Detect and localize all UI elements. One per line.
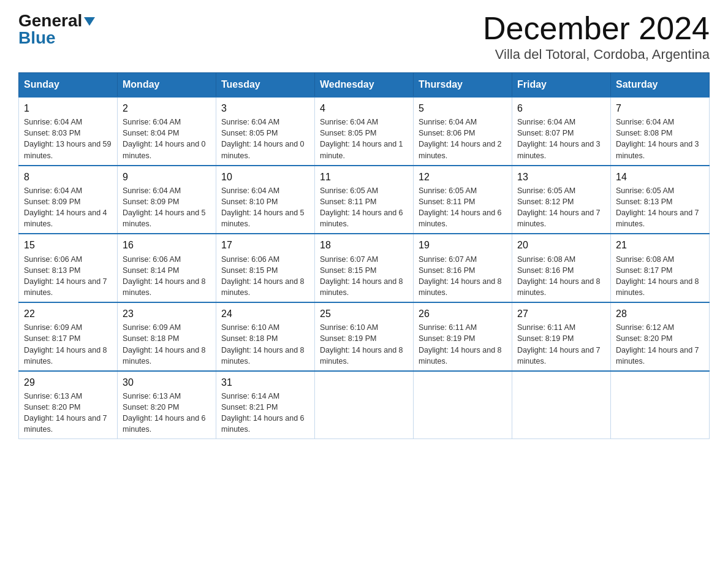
day-info: Sunrise: 6:09 AMSunset: 8:17 PMDaylight:… — [24, 322, 112, 367]
day-info: Sunrise: 6:06 AMSunset: 8:15 PMDaylight:… — [221, 254, 309, 299]
day-info: Sunrise: 6:06 AMSunset: 8:14 PMDaylight:… — [123, 254, 211, 299]
day-info: Sunrise: 6:04 AMSunset: 8:05 PMDaylight:… — [320, 117, 408, 161]
calendar-day-cell: 10Sunrise: 6:04 AMSunset: 8:10 PMDayligh… — [216, 166, 315, 234]
logo-general: General — [18, 11, 82, 30]
day-info: Sunrise: 6:04 AMSunset: 8:09 PMDaylight:… — [24, 185, 112, 230]
calendar-week-row: 22Sunrise: 6:09 AMSunset: 8:17 PMDayligh… — [19, 302, 710, 371]
day-number: 10 — [221, 170, 309, 184]
day-info: Sunrise: 6:04 AMSunset: 8:05 PMDaylight:… — [221, 117, 309, 161]
calendar-week-row: 29Sunrise: 6:13 AMSunset: 8:20 PMDayligh… — [19, 371, 710, 439]
calendar-day-cell: 21Sunrise: 6:08 AMSunset: 8:17 PMDayligh… — [611, 234, 710, 302]
calendar-day-cell: 4Sunrise: 6:04 AMSunset: 8:05 PMDaylight… — [315, 97, 414, 166]
day-info: Sunrise: 6:10 AMSunset: 8:19 PMDaylight:… — [320, 322, 408, 367]
calendar-day-cell: 13Sunrise: 6:05 AMSunset: 8:12 PMDayligh… — [512, 166, 611, 234]
day-number: 27 — [517, 307, 605, 321]
calendar-week-row: 8Sunrise: 6:04 AMSunset: 8:09 PMDaylight… — [19, 166, 710, 234]
day-number: 29 — [24, 375, 112, 389]
day-info: Sunrise: 6:11 AMSunset: 8:19 PMDaylight:… — [419, 322, 507, 367]
calendar-table: Sunday Monday Tuesday Wednesday Thursday… — [18, 72, 710, 439]
day-number: 17 — [221, 238, 309, 252]
day-number: 30 — [123, 375, 211, 389]
day-info: Sunrise: 6:05 AMSunset: 8:12 PMDaylight:… — [517, 185, 605, 230]
day-info: Sunrise: 6:06 AMSunset: 8:13 PMDaylight:… — [24, 254, 112, 299]
calendar-day-cell: 2Sunrise: 6:04 AMSunset: 8:04 PMDaylight… — [118, 97, 216, 166]
calendar-day-cell: 18Sunrise: 6:07 AMSunset: 8:15 PMDayligh… — [315, 234, 414, 302]
title-section: December 2024 Villa del Totoral, Cordoba… — [483, 12, 710, 63]
day-number: 18 — [320, 238, 408, 252]
day-number: 31 — [221, 375, 309, 389]
day-info: Sunrise: 6:09 AMSunset: 8:18 PMDaylight:… — [123, 322, 211, 367]
day-info: Sunrise: 6:04 AMSunset: 8:07 PMDaylight:… — [517, 117, 605, 161]
calendar-day-cell: 11Sunrise: 6:05 AMSunset: 8:11 PMDayligh… — [315, 166, 414, 234]
logo-blue-text: Blue — [18, 29, 56, 47]
calendar-day-cell: 28Sunrise: 6:12 AMSunset: 8:20 PMDayligh… — [611, 302, 710, 371]
calendar-day-cell: 24Sunrise: 6:10 AMSunset: 8:18 PMDayligh… — [216, 302, 315, 371]
logo: General Blue — [18, 12, 95, 47]
calendar-day-cell: 1Sunrise: 6:04 AMSunset: 8:03 PMDaylight… — [19, 97, 118, 166]
day-number: 13 — [517, 170, 605, 184]
day-number: 19 — [419, 238, 507, 252]
calendar-day-cell — [512, 371, 611, 439]
calendar-day-cell — [611, 371, 710, 439]
day-info: Sunrise: 6:07 AMSunset: 8:15 PMDaylight:… — [320, 254, 408, 299]
day-info: Sunrise: 6:05 AMSunset: 8:13 PMDaylight:… — [616, 185, 704, 230]
day-number: 11 — [320, 170, 408, 184]
header-friday: Friday — [512, 73, 611, 98]
day-info: Sunrise: 6:04 AMSunset: 8:10 PMDaylight:… — [221, 185, 309, 230]
day-number: 16 — [123, 238, 211, 252]
location-subtitle: Villa del Totoral, Cordoba, Argentina — [483, 47, 710, 63]
day-number: 4 — [320, 101, 408, 115]
calendar-header-row: Sunday Monday Tuesday Wednesday Thursday… — [19, 73, 710, 98]
calendar-day-cell: 8Sunrise: 6:04 AMSunset: 8:09 PMDaylight… — [19, 166, 118, 234]
page-header: General Blue December 2024 Villa del Tot… — [18, 12, 710, 63]
calendar-week-row: 1Sunrise: 6:04 AMSunset: 8:03 PMDaylight… — [19, 97, 710, 166]
day-info: Sunrise: 6:12 AMSunset: 8:20 PMDaylight:… — [616, 322, 704, 367]
day-number: 7 — [616, 101, 704, 115]
calendar-day-cell: 19Sunrise: 6:07 AMSunset: 8:16 PMDayligh… — [414, 234, 512, 302]
day-number: 2 — [123, 101, 211, 115]
calendar-day-cell: 14Sunrise: 6:05 AMSunset: 8:13 PMDayligh… — [611, 166, 710, 234]
header-sunday: Sunday — [19, 73, 118, 98]
calendar-day-cell: 16Sunrise: 6:06 AMSunset: 8:14 PMDayligh… — [118, 234, 216, 302]
day-number: 22 — [24, 307, 112, 321]
calendar-day-cell — [414, 371, 512, 439]
day-number: 20 — [517, 238, 605, 252]
day-number: 28 — [616, 307, 704, 321]
day-number: 6 — [517, 101, 605, 115]
calendar-day-cell: 5Sunrise: 6:04 AMSunset: 8:06 PMDaylight… — [414, 97, 512, 166]
day-number: 1 — [24, 101, 112, 115]
day-info: Sunrise: 6:13 AMSunset: 8:20 PMDaylight:… — [123, 391, 211, 435]
day-number: 14 — [616, 170, 704, 184]
day-number: 12 — [419, 170, 507, 184]
calendar-day-cell — [315, 371, 414, 439]
calendar-day-cell: 31Sunrise: 6:14 AMSunset: 8:21 PMDayligh… — [216, 371, 315, 439]
day-info: Sunrise: 6:07 AMSunset: 8:16 PMDaylight:… — [419, 254, 507, 299]
day-number: 24 — [221, 307, 309, 321]
day-info: Sunrise: 6:08 AMSunset: 8:16 PMDaylight:… — [517, 254, 605, 299]
day-info: Sunrise: 6:04 AMSunset: 8:08 PMDaylight:… — [616, 117, 704, 161]
header-wednesday: Wednesday — [315, 73, 414, 98]
calendar-day-cell: 6Sunrise: 6:04 AMSunset: 8:07 PMDaylight… — [512, 97, 611, 166]
calendar-week-row: 15Sunrise: 6:06 AMSunset: 8:13 PMDayligh… — [19, 234, 710, 302]
header-monday: Monday — [118, 73, 216, 98]
day-number: 21 — [616, 238, 704, 252]
calendar-day-cell: 20Sunrise: 6:08 AMSunset: 8:16 PMDayligh… — [512, 234, 611, 302]
day-info: Sunrise: 6:08 AMSunset: 8:17 PMDaylight:… — [616, 254, 704, 299]
calendar-day-cell: 12Sunrise: 6:05 AMSunset: 8:11 PMDayligh… — [414, 166, 512, 234]
day-number: 9 — [123, 170, 211, 184]
day-number: 3 — [221, 101, 309, 115]
day-info: Sunrise: 6:10 AMSunset: 8:18 PMDaylight:… — [221, 322, 309, 367]
header-saturday: Saturday — [611, 73, 710, 98]
day-info: Sunrise: 6:05 AMSunset: 8:11 PMDaylight:… — [320, 185, 408, 230]
day-info: Sunrise: 6:11 AMSunset: 8:19 PMDaylight:… — [517, 322, 605, 367]
day-number: 23 — [123, 307, 211, 321]
month-title: December 2024 — [483, 12, 710, 44]
header-thursday: Thursday — [414, 73, 512, 98]
header-tuesday: Tuesday — [216, 73, 315, 98]
calendar-day-cell: 22Sunrise: 6:09 AMSunset: 8:17 PMDayligh… — [19, 302, 118, 371]
calendar-day-cell: 29Sunrise: 6:13 AMSunset: 8:20 PMDayligh… — [19, 371, 118, 439]
day-info: Sunrise: 6:13 AMSunset: 8:20 PMDaylight:… — [24, 391, 112, 435]
calendar-day-cell: 3Sunrise: 6:04 AMSunset: 8:05 PMDaylight… — [216, 97, 315, 166]
logo-triangle-icon — [84, 17, 95, 26]
day-number: 15 — [24, 238, 112, 252]
